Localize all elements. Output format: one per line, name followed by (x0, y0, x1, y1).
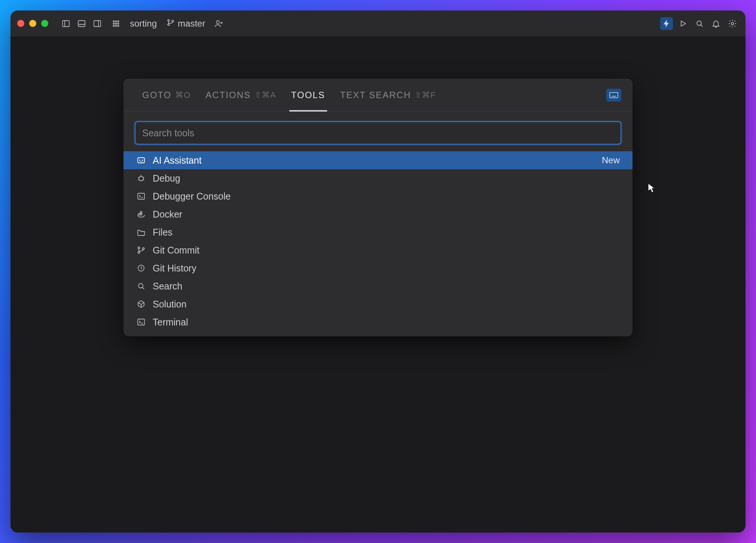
search-input[interactable] (135, 121, 621, 145)
result-row[interactable]: Solution (124, 295, 632, 313)
result-row[interactable]: Git Commit (124, 241, 632, 259)
tab-shortcut: ⌘O (175, 90, 190, 100)
tab-actions[interactable]: ACTIONS ⇧⌘A (198, 79, 283, 111)
search-everywhere-popup: GOTO ⌘O ACTIONS ⇧⌘A TOOLS TEXT SEARCH ⇧⌘… (124, 79, 632, 336)
maximize-window-button[interactable] (41, 20, 48, 27)
result-row[interactable]: Git History (124, 259, 632, 277)
svg-rect-4 (94, 21, 101, 27)
solution-icon (136, 299, 146, 309)
results-list: AI AssistantNewDebugDebugger ConsoleDock… (124, 151, 632, 336)
panel-right-icon[interactable] (91, 17, 104, 30)
svg-point-15 (168, 19, 170, 21)
terminal-icon (136, 317, 146, 327)
svg-rect-40 (138, 193, 144, 199)
svg-rect-2 (78, 21, 85, 27)
bug-icon (136, 173, 146, 183)
close-window-button[interactable] (17, 20, 24, 27)
tab-label: ACTIONS (205, 90, 251, 100)
panel-bottom-icon[interactable] (75, 17, 88, 30)
run-icon[interactable] (677, 17, 689, 30)
svg-point-17 (172, 20, 174, 22)
svg-point-12 (113, 25, 114, 26)
tab-text-search[interactable]: TEXT SEARCH ⇧⌘F (333, 79, 443, 111)
svg-point-14 (118, 25, 119, 26)
svg-point-10 (115, 23, 116, 24)
branch-name: master (178, 18, 205, 29)
svg-point-34 (139, 176, 143, 181)
result-row[interactable]: AI AssistantNew (124, 151, 632, 169)
svg-point-47 (143, 248, 144, 250)
result-label: Terminal (153, 317, 188, 328)
project-name[interactable]: sorting (130, 18, 157, 29)
minimize-window-button[interactable] (29, 20, 36, 27)
tab-label: TOOLS (291, 90, 325, 100)
svg-point-45 (138, 247, 140, 249)
svg-rect-0 (63, 21, 69, 27)
keyboard-icon[interactable] (606, 89, 621, 101)
svg-point-7 (115, 21, 116, 22)
svg-rect-42 (138, 213, 140, 215)
panel-left-icon[interactable] (60, 17, 72, 30)
window-controls (17, 20, 48, 27)
titlebar: sorting master (10, 10, 746, 37)
apps-grid-icon[interactable] (110, 17, 122, 30)
result-label: Search (153, 281, 182, 292)
svg-point-11 (118, 23, 119, 24)
branch-icon (167, 18, 175, 29)
result-row[interactable]: Terminal (124, 313, 632, 331)
search-icon[interactable] (693, 17, 706, 30)
ai-icon (136, 155, 146, 165)
result-label: Git Commit (153, 245, 199, 256)
svg-point-18 (216, 21, 219, 24)
svg-point-49 (138, 283, 143, 288)
result-row[interactable]: Debug (124, 169, 632, 187)
result-label: Files (153, 227, 173, 238)
settings-icon[interactable] (726, 17, 739, 30)
result-row[interactable]: Search (124, 277, 632, 295)
svg-point-13 (115, 25, 116, 26)
tab-shortcut: ⇧⌘F (415, 90, 436, 100)
svg-rect-24 (610, 92, 618, 98)
ai-bolt-icon[interactable] (660, 17, 673, 30)
svg-point-23 (731, 22, 734, 25)
result-row[interactable]: Files (124, 223, 632, 241)
svg-point-21 (697, 21, 701, 25)
result-label: Debug (153, 173, 180, 184)
result-label: Debugger Console (153, 191, 231, 202)
svg-line-22 (701, 25, 703, 27)
branch-icon (136, 245, 146, 255)
result-row[interactable]: Docker (124, 205, 632, 223)
svg-point-8 (118, 21, 119, 22)
svg-rect-30 (138, 158, 144, 163)
add-user-icon[interactable] (213, 17, 225, 30)
editor-area: GOTO ⌘O ACTIONS ⇧⌘A TOOLS TEXT SEARCH ⇧⌘… (10, 37, 746, 533)
tab-label: GOTO (142, 90, 171, 100)
result-badge: New (602, 155, 620, 166)
svg-point-6 (113, 21, 114, 22)
folder-icon (136, 227, 146, 237)
svg-point-9 (113, 23, 114, 24)
console-icon (136, 191, 146, 201)
result-label: Solution (153, 299, 186, 310)
svg-point-16 (168, 24, 170, 25)
tab-goto[interactable]: GOTO ⌘O (135, 79, 198, 111)
docker-icon (136, 209, 146, 219)
svg-rect-43 (140, 213, 142, 215)
result-row[interactable]: Debugger Console (124, 187, 632, 205)
result-label: AI Assistant (153, 155, 202, 166)
search-icon (136, 281, 146, 291)
git-branch-selector[interactable]: master (167, 18, 205, 29)
result-label: Git History (153, 263, 196, 274)
tab-tools[interactable]: TOOLS (284, 79, 333, 111)
popup-tabs: GOTO ⌘O ACTIONS ⇧⌘A TOOLS TEXT SEARCH ⇧⌘… (124, 79, 632, 112)
result-label: Docker (153, 209, 182, 220)
mouse-cursor (647, 183, 655, 193)
bell-icon[interactable] (710, 17, 722, 30)
svg-rect-44 (140, 212, 142, 213)
app-window: sorting master (10, 10, 746, 533)
svg-line-50 (143, 288, 144, 289)
clock-icon (136, 263, 146, 273)
svg-point-46 (138, 252, 140, 254)
tab-shortcut: ⇧⌘A (254, 90, 276, 100)
svg-rect-52 (138, 319, 144, 325)
